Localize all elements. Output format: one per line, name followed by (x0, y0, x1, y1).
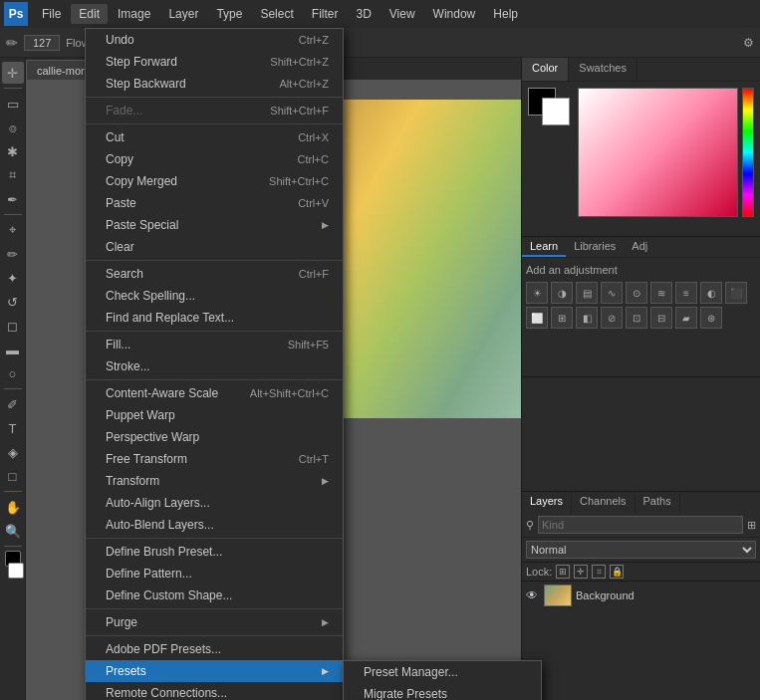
lock-position-icon[interactable]: ✛ (574, 565, 588, 579)
blend-mode-select[interactable]: Normal (526, 541, 756, 559)
menu-item-copy[interactable]: Copy Ctrl+C (86, 148, 343, 170)
menu-item-paste-special[interactable]: Paste Special ▶ (86, 214, 343, 236)
tool-type[interactable]: T (2, 417, 24, 439)
menu-item-stroke[interactable]: Stroke... (86, 355, 343, 377)
menu-item-step-backward[interactable]: Step Backward Alt+Ctrl+Z (86, 73, 343, 95)
adj-brightness[interactable]: ☀ (526, 282, 548, 304)
tool-move[interactable]: ✛ (2, 62, 24, 84)
menu-item-undo[interactable]: Undo Ctrl+Z (86, 29, 343, 51)
tool-clone-stamp[interactable]: ✦ (2, 267, 24, 289)
menu-layer[interactable]: Layer (160, 4, 206, 24)
adj-bw[interactable]: ⬛ (725, 282, 747, 304)
menu-item-copy-merged[interactable]: Copy Merged Shift+Ctrl+C (86, 170, 343, 192)
adj-photo[interactable]: ⬜ (526, 307, 548, 329)
tab-learn[interactable]: Learn (522, 237, 566, 257)
tab-swatches[interactable]: Swatches (569, 58, 637, 81)
menu-item-remote[interactable]: Remote Connections... (86, 682, 343, 700)
tool-shape[interactable]: □ (2, 465, 24, 487)
menu-image[interactable]: Image (110, 4, 158, 24)
adj-levels[interactable]: ▤ (576, 282, 598, 304)
lock-pixels-icon[interactable]: ⊞ (556, 565, 570, 579)
tool-hand[interactable]: ✋ (2, 496, 24, 518)
menu-select[interactable]: Select (252, 4, 301, 24)
menu-item-step-forward[interactable]: Step Forward Shift+Ctrl+Z (86, 51, 343, 73)
menu-item-perspective-warp[interactable]: Perspective Warp (86, 426, 343, 448)
hue-slider[interactable] (742, 88, 754, 217)
tool-eraser[interactable]: ◻ (2, 315, 24, 337)
menu-item-auto-align[interactable]: Auto-Align Layers... (86, 492, 343, 514)
presets-menu-item-manager[interactable]: Preset Manager... (344, 661, 541, 683)
filter-type-icon[interactable]: ⊞ (747, 519, 756, 532)
tool-dodge[interactable]: ○ (2, 362, 24, 384)
adj-curves[interactable]: ∿ (601, 282, 623, 304)
menu-filter[interactable]: Filter (304, 4, 347, 24)
tool-history-brush[interactable]: ↺ (2, 291, 24, 313)
menu-item-define-pattern[interactable]: Define Pattern... (86, 563, 343, 584)
tool-quick-select[interactable]: ✱ (2, 140, 24, 162)
adj-selective-color[interactable]: ⊛ (700, 307, 722, 329)
settings-icon[interactable]: ⚙ (743, 36, 754, 50)
tool-healing[interactable]: ⌖ (2, 219, 24, 241)
layer-eye-icon[interactable]: 👁 (526, 588, 540, 602)
tool-zoom[interactable]: 🔍 (2, 520, 24, 542)
background-color[interactable] (542, 98, 570, 125)
tab-adjustments[interactable]: Adj (624, 237, 655, 257)
menu-item-presets[interactable]: Presets ▶ (86, 660, 343, 682)
menu-item-puppet-warp[interactable]: Puppet Warp (86, 404, 343, 426)
menu-item-purge[interactable]: Purge ▶ (86, 611, 343, 633)
tool-gradient[interactable]: ▬ (2, 339, 24, 360)
tool-pen[interactable]: ✐ (2, 393, 24, 415)
menu-window[interactable]: Window (425, 4, 484, 24)
menu-edit[interactable]: Edit (71, 4, 108, 24)
menu-item-free-transform[interactable]: Free Transform Ctrl+T (86, 448, 343, 470)
menu-item-fade[interactable]: Fade... Shift+Ctrl+F (86, 100, 343, 121)
menu-item-paste[interactable]: Paste Ctrl+V (86, 192, 343, 214)
adj-exposure[interactable]: ⊙ (626, 282, 647, 304)
menu-view[interactable]: View (381, 4, 423, 24)
lock-artboards-icon[interactable]: ⌗ (592, 565, 606, 579)
adj-vibrance[interactable]: ≋ (650, 282, 672, 304)
menu-item-define-brush[interactable]: Define Brush Preset... (86, 541, 343, 563)
color-gradient-picker[interactable] (578, 88, 738, 217)
menu-item-auto-blend[interactable]: Auto-Blend Layers... (86, 514, 343, 536)
adj-gradient-map[interactable]: ▰ (675, 307, 697, 329)
menu-item-search[interactable]: Search Ctrl+F (86, 263, 343, 285)
tool-marquee[interactable]: ▭ (2, 93, 24, 115)
menu-item-clear[interactable]: Clear (86, 236, 343, 258)
menu-item-find-replace[interactable]: Find and Replace Text... (86, 307, 343, 329)
tool-crop[interactable]: ⌗ (2, 164, 24, 186)
menu-item-adobe-pdf[interactable]: Adobe PDF Presets... (86, 638, 343, 660)
menu-help[interactable]: Help (485, 4, 526, 24)
adj-hsl[interactable]: ≡ (675, 282, 697, 304)
lock-all-icon[interactable]: 🔒 (610, 565, 624, 579)
menu-item-define-shape[interactable]: Define Custom Shape... (86, 584, 343, 606)
adj-invert[interactable]: ⊘ (601, 307, 623, 329)
adj-posterize[interactable]: ⊡ (626, 307, 647, 329)
tab-layers[interactable]: Layers (522, 492, 572, 513)
menu-item-content-aware[interactable]: Content-Aware Scale Alt+Shift+Ctrl+C (86, 382, 343, 404)
tab-channels[interactable]: Channels (572, 492, 634, 513)
tab-color[interactable]: Color (522, 58, 569, 81)
menu-item-check-spelling[interactable]: Check Spelling... (86, 285, 343, 307)
menu-type[interactable]: Type (208, 4, 250, 24)
adj-color-lookup[interactable]: ◧ (576, 307, 598, 329)
tool-brush[interactable]: ✏ (2, 243, 24, 265)
tab-libraries[interactable]: Libraries (566, 237, 624, 257)
adj-channel-mixer[interactable]: ⊞ (551, 307, 573, 329)
adj-colorbalance[interactable]: ◐ (700, 282, 722, 304)
menu-3d[interactable]: 3D (348, 4, 379, 24)
menu-item-transform[interactable]: Transform ▶ (86, 470, 343, 492)
layers-search-input[interactable] (538, 516, 743, 534)
menu-file[interactable]: File (34, 4, 69, 24)
adj-threshold[interactable]: ⊟ (650, 307, 672, 329)
tool-path-selection[interactable]: ◈ (2, 441, 24, 463)
adj-contrast[interactable]: ◑ (551, 282, 573, 304)
tab-paths[interactable]: Paths (635, 492, 680, 513)
layer-background[interactable]: 👁 Background (522, 582, 760, 609)
presets-menu-item-migrate[interactable]: Migrate Presets (344, 683, 541, 700)
tool-bg-color[interactable] (8, 563, 24, 579)
tool-lasso[interactable]: ⌾ (2, 117, 24, 138)
tool-eyedropper[interactable]: ✒ (2, 188, 24, 210)
menu-item-cut[interactable]: Cut Ctrl+X (86, 126, 343, 148)
menu-item-fill[interactable]: Fill... Shift+F5 (86, 334, 343, 355)
